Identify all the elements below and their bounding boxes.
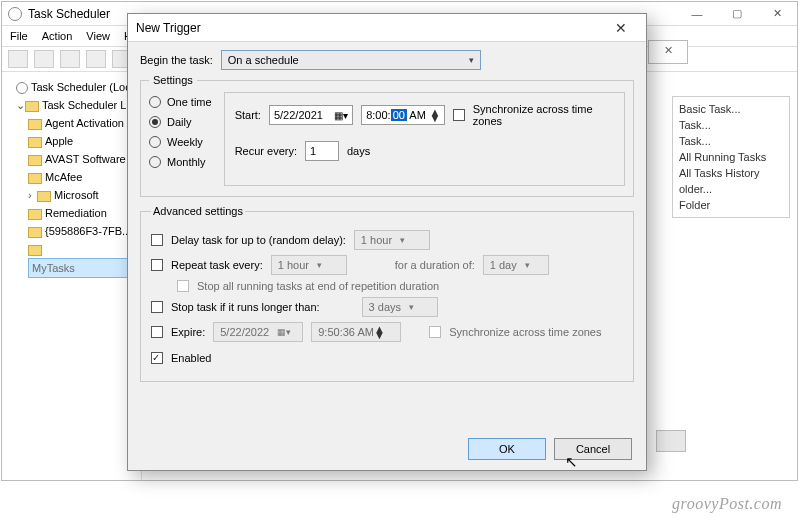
- folder-icon: [28, 137, 42, 148]
- expire-time-picker[interactable]: 9:50:36 AM▲▼: [311, 322, 401, 342]
- folder-icon: [28, 173, 42, 184]
- menu-view[interactable]: View: [86, 30, 110, 42]
- settings-group: Settings One time Daily Weekly Monthly S…: [140, 74, 634, 197]
- advanced-legend: Advanced settings: [151, 205, 245, 217]
- chevron-down-icon: ▾: [525, 260, 530, 270]
- chevron-down-icon: ▾: [409, 302, 414, 312]
- tree-item[interactable]: Apple: [28, 132, 139, 150]
- duration-label: for a duration of:: [395, 259, 475, 271]
- stop-long-checkbox[interactable]: [151, 301, 163, 313]
- watermark: groovyPost.com: [672, 495, 782, 513]
- radio-one-time[interactable]: One time: [149, 96, 212, 108]
- delay-checkbox[interactable]: [151, 234, 163, 246]
- stop-repetition-label: Stop all running tasks at end of repetit…: [197, 280, 439, 292]
- stop-repetition-checkbox: [177, 280, 189, 292]
- actions-panel: Basic Task... Task... Task... All Runnin…: [672, 96, 790, 218]
- toolbar-up-icon[interactable]: [60, 50, 80, 68]
- tree-item[interactable]: {595886F3-7FB...}: [28, 222, 139, 240]
- settings-legend: Settings: [149, 74, 197, 86]
- tree-item[interactable]: Remediation: [28, 204, 139, 222]
- action-item[interactable]: Folder: [679, 197, 783, 213]
- duration-select[interactable]: 1 day▾: [483, 255, 549, 275]
- action-item[interactable]: All Tasks History: [679, 165, 783, 181]
- toolbar-back-icon[interactable]: [8, 50, 28, 68]
- minimize-button[interactable]: —: [677, 2, 717, 26]
- tree-item[interactable]: AVAST Software: [28, 150, 139, 168]
- folder-icon: [28, 209, 42, 220]
- action-item[interactable]: Task...: [679, 133, 783, 149]
- sync-tz-checkbox[interactable]: [453, 109, 464, 121]
- clock-icon: [8, 7, 22, 21]
- background-dialog: ✕: [648, 40, 688, 64]
- new-trigger-dialog: New Trigger ✕ Begin the task: On a sched…: [127, 13, 647, 471]
- menu-action[interactable]: Action: [42, 30, 73, 42]
- schedule-box: Start: 5/22/2021▦▾ 8:00:00 AM ▲▼ Synchro…: [224, 92, 625, 186]
- action-item[interactable]: Task...: [679, 117, 783, 133]
- dialog-close-button[interactable]: ✕: [604, 20, 638, 36]
- repeat-select[interactable]: 1 hour▾: [271, 255, 347, 275]
- radio-monthly[interactable]: Monthly: [149, 156, 212, 168]
- start-date-picker[interactable]: 5/22/2021▦▾: [269, 105, 353, 125]
- begin-task-value: On a schedule: [228, 54, 299, 66]
- cancel-button[interactable]: Cancel: [554, 438, 632, 460]
- close-icon[interactable]: ✕: [649, 41, 687, 57]
- background-button[interactable]: [656, 430, 686, 452]
- expire-sync-checkbox: [429, 326, 441, 338]
- calendar-icon: ▦▾: [277, 327, 291, 337]
- chevron-down-icon: ▾: [400, 235, 405, 245]
- repeat-label: Repeat task every:: [171, 259, 263, 271]
- sync-tz-label: Synchronize across time zones: [473, 103, 614, 127]
- spinner-icon[interactable]: ▲▼: [430, 109, 441, 121]
- maximize-button[interactable]: ▢: [717, 2, 757, 26]
- expire-sync-label: Synchronize across time zones: [449, 326, 601, 338]
- stop-long-label: Stop task if it runs longer than:: [171, 301, 320, 313]
- action-item[interactable]: older...: [679, 181, 783, 197]
- folder-icon: [37, 191, 51, 202]
- tree-item[interactable]: McAfee: [28, 168, 139, 186]
- dialog-titlebar: New Trigger ✕: [128, 14, 646, 42]
- tree-root[interactable]: Task Scheduler (Local): [16, 78, 139, 96]
- radio-daily[interactable]: Daily: [149, 116, 212, 128]
- toolbar-forward-icon[interactable]: [34, 50, 54, 68]
- folder-icon: [28, 155, 42, 166]
- tree-panel: Task Scheduler (Local) ⌄Task Scheduler L…: [2, 72, 142, 480]
- chevron-down-icon: ▾: [469, 55, 474, 65]
- folder-icon: [28, 245, 42, 256]
- menu-file[interactable]: File: [10, 30, 28, 42]
- tree-item[interactable]: Agent Activation: [28, 114, 139, 132]
- action-item[interactable]: All Running Tasks: [679, 149, 783, 165]
- recur-label: Recur every:: [235, 145, 297, 157]
- repeat-checkbox[interactable]: [151, 259, 163, 271]
- folder-icon: [28, 119, 42, 130]
- action-item[interactable]: Basic Task...: [679, 101, 783, 117]
- expire-label: Expire:: [171, 326, 205, 338]
- delay-select[interactable]: 1 hour▾: [354, 230, 430, 250]
- scheduler-icon: [16, 82, 28, 94]
- begin-task-label: Begin the task:: [140, 54, 213, 66]
- delay-label: Delay task for up to (random delay):: [171, 234, 346, 246]
- folder-icon: [25, 101, 39, 112]
- enabled-checkbox[interactable]: [151, 352, 163, 364]
- tree-item-selected[interactable]: MyTasks: [28, 240, 139, 278]
- close-button[interactable]: ✕: [757, 2, 797, 26]
- chevron-down-icon: ▾: [317, 260, 322, 270]
- radio-weekly[interactable]: Weekly: [149, 136, 212, 148]
- spinner-icon: ▲▼: [374, 326, 385, 338]
- tree-item[interactable]: ›Microsoft: [28, 186, 139, 204]
- expire-checkbox[interactable]: [151, 326, 163, 338]
- advanced-settings-group: Advanced settings Delay task for up to (…: [140, 205, 634, 382]
- dialog-title: New Trigger: [136, 21, 604, 35]
- begin-task-combo[interactable]: On a schedule ▾: [221, 50, 481, 70]
- stop-long-select[interactable]: 3 days▾: [362, 297, 438, 317]
- expire-date-picker[interactable]: 5/22/2022▦▾: [213, 322, 303, 342]
- start-label: Start:: [235, 109, 261, 121]
- ok-button[interactable]: OK: [468, 438, 546, 460]
- folder-icon: [28, 227, 42, 238]
- recur-unit: days: [347, 145, 370, 157]
- start-time-picker[interactable]: 8:00:00 AM ▲▼: [361, 105, 445, 125]
- recur-input[interactable]: 1: [305, 141, 339, 161]
- toolbar-refresh-icon[interactable]: [86, 50, 106, 68]
- enabled-label: Enabled: [171, 352, 211, 364]
